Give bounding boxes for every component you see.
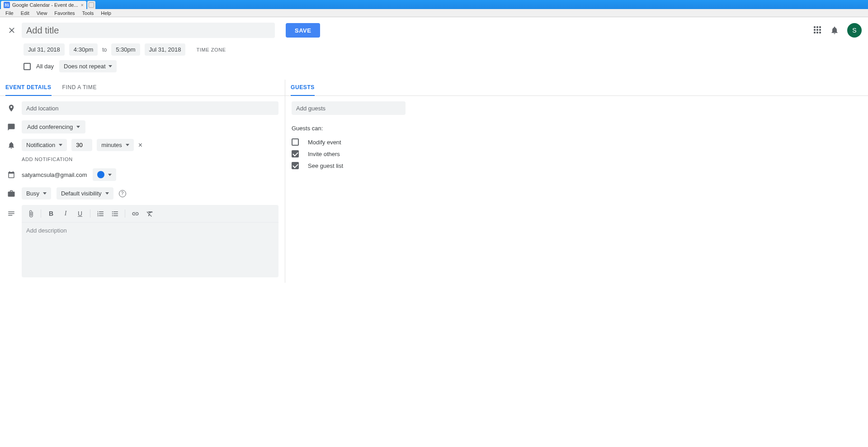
availability-dropdown[interactable]: Busy (22, 187, 51, 200)
browser-menubar: File Edit View Favorites Tools Help (0, 9, 868, 17)
chevron-down-icon (43, 192, 47, 195)
calendar-color-dropdown[interactable] (93, 168, 116, 181)
all-day-checkbox[interactable] (24, 63, 31, 70)
end-time-picker[interactable]: 5:30pm (111, 43, 140, 56)
save-button[interactable]: SAVE (286, 23, 320, 38)
location-icon (6, 104, 16, 112)
location-input[interactable] (22, 101, 278, 115)
description-textarea[interactable]: Add description (22, 223, 278, 277)
guests-can-label: Guests can: (292, 125, 406, 132)
modify-event-label: Modify event (308, 139, 341, 146)
event-details-panel: Add conferencing Notification minutes × (0, 96, 285, 283)
numbered-list-icon[interactable] (94, 208, 107, 219)
tab-title: Google Calendar - Event de... (12, 2, 78, 8)
right-tabs: GUESTS (285, 80, 868, 96)
chevron-down-icon (59, 144, 62, 146)
menu-help[interactable]: Help (97, 10, 115, 17)
notification-value-input[interactable] (71, 139, 92, 151)
invite-others-label: Invite others (308, 151, 340, 157)
event-title-input[interactable] (22, 23, 275, 38)
menu-file[interactable]: File (2, 10, 17, 17)
editor-toolbar: B I U (22, 205, 278, 223)
menu-edit[interactable]: Edit (17, 10, 33, 17)
description-editor: B I U Add description (22, 205, 278, 277)
all-day-label: All day (36, 63, 54, 70)
see-guest-list-checkbox[interactable] (292, 162, 299, 169)
guests-panel: Guests can: Modify event Invite others S… (285, 96, 412, 177)
timezone-button[interactable]: TIME ZONE (196, 47, 226, 52)
calendar-email-label: satyamcsula@gmail.com (22, 171, 87, 178)
notification-type-dropdown[interactable]: Notification (22, 139, 67, 151)
conferencing-dropdown[interactable]: Add conferencing (22, 120, 85, 133)
notifications-icon[interactable] (830, 26, 839, 35)
new-tab-button[interactable] (87, 1, 95, 9)
calendar-icon (6, 171, 16, 179)
chevron-down-icon (126, 144, 129, 146)
browser-titlebar: 31 Google Calendar - Event de... × (0, 0, 868, 9)
conferencing-icon (6, 123, 16, 131)
help-icon[interactable]: ? (119, 190, 126, 197)
datetime-row: Jul 31, 2018 4:30pm to 5:30pm Jul 31, 20… (0, 42, 868, 56)
add-notification-button[interactable]: ADD NOTIFICATION (22, 157, 278, 162)
notification-unit-dropdown[interactable]: minutes (97, 139, 134, 151)
end-date-picker[interactable]: Jul 31, 2018 (145, 43, 186, 56)
modify-event-checkbox[interactable] (292, 138, 299, 146)
chevron-down-icon (108, 65, 112, 67)
attach-icon[interactable] (24, 208, 37, 219)
bold-icon[interactable]: B (45, 208, 57, 219)
bulleted-list-icon[interactable] (108, 208, 121, 219)
apps-grid-icon[interactable] (814, 26, 822, 34)
close-icon[interactable] (6, 25, 17, 36)
chevron-down-icon (108, 174, 112, 176)
chevron-down-icon (76, 126, 80, 128)
description-icon (6, 209, 16, 218)
bell-icon (6, 141, 16, 149)
remove-notification-icon[interactable]: × (138, 141, 142, 149)
calendar-favicon: 31 (4, 2, 10, 8)
invite-others-checkbox[interactable] (292, 150, 299, 157)
tab-close-icon[interactable]: × (81, 2, 84, 8)
options-row: All day Does not repeat (0, 56, 868, 80)
menu-view[interactable]: View (33, 10, 51, 17)
tab-guests[interactable]: GUESTS (291, 80, 315, 96)
repeat-dropdown[interactable]: Does not repeat (59, 60, 117, 72)
underline-icon[interactable]: U (74, 208, 86, 219)
browser-tab[interactable]: 31 Google Calendar - Event de... × (1, 1, 86, 9)
menu-favorites[interactable]: Favorites (51, 10, 78, 17)
color-dot-icon (97, 171, 104, 178)
account-avatar[interactable]: S (847, 23, 862, 38)
briefcase-icon (6, 190, 16, 198)
menu-tools[interactable]: Tools (79, 10, 98, 17)
add-guests-input[interactable] (292, 101, 406, 115)
start-time-picker[interactable]: 4:30pm (69, 43, 98, 56)
see-guest-list-label: See guest list (308, 162, 343, 169)
link-icon[interactable] (129, 208, 142, 219)
italic-icon[interactable]: I (59, 208, 72, 219)
tab-event-details[interactable]: EVENT DETAILS (5, 80, 52, 96)
to-label: to (102, 47, 107, 53)
visibility-dropdown[interactable]: Default visibility (57, 187, 113, 200)
clear-format-icon[interactable] (143, 208, 156, 219)
chevron-down-icon (105, 192, 109, 195)
event-header: SAVE S (0, 17, 868, 42)
tab-find-a-time[interactable]: FIND A TIME (62, 80, 97, 95)
left-tabs: EVENT DETAILS FIND A TIME (0, 80, 285, 96)
start-date-picker[interactable]: Jul 31, 2018 (24, 43, 65, 56)
